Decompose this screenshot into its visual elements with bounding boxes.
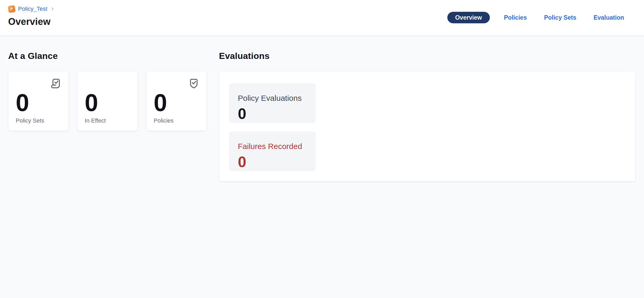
- glance-card-row: 0 Policy Sets 0 In Effect 0 Policies: [8, 71, 207, 131]
- page-header: Policy_Test Overview Overview Policies P…: [0, 0, 644, 36]
- policies-card: 0 Policies: [146, 71, 207, 131]
- scroll-check-icon: [50, 78, 62, 90]
- at-a-glance-heading: At a Glance: [8, 51, 207, 61]
- policies-count: 0: [154, 91, 199, 115]
- policy-sets-label: Policy Sets: [16, 117, 61, 124]
- failures-recorded-count: 0: [238, 154, 307, 169]
- failures-recorded-label: Failures Recorded: [238, 142, 307, 151]
- shield-check-icon: [188, 78, 200, 90]
- policy-evaluations-label: Policy Evaluations: [238, 94, 307, 103]
- top-navigation: Overview Policies Policy Sets Evaluation: [447, 12, 627, 23]
- failures-recorded-tile: Failures Recorded 0: [229, 131, 316, 171]
- tab-policy-sets[interactable]: Policy Sets: [541, 12, 579, 23]
- chevron-right-icon: [50, 7, 55, 11]
- main-content: At a Glance 0 Policy Sets 0 In Effect: [0, 36, 644, 181]
- policy-evaluations-tile: Policy Evaluations 0: [229, 83, 316, 123]
- in-effect-count: 0: [85, 91, 130, 115]
- at-a-glance-section: At a Glance 0 Policy Sets 0 In Effect: [8, 51, 207, 131]
- tab-overview[interactable]: Overview: [447, 12, 490, 23]
- policy-evaluations-count: 0: [238, 106, 307, 121]
- sentinel-flag-icon: [8, 5, 15, 13]
- evaluations-panel: Policy Evaluations 0 Failures Recorded 0: [219, 71, 636, 181]
- breadcrumb-workspace-link[interactable]: Policy_Test: [18, 5, 47, 13]
- evaluations-heading: Evaluations: [219, 51, 636, 61]
- policy-sets-count: 0: [16, 91, 61, 115]
- tab-evaluation[interactable]: Evaluation: [591, 12, 627, 23]
- policies-label: Policies: [154, 117, 199, 124]
- in-effect-label: In Effect: [85, 117, 130, 124]
- in-effect-card: 0 In Effect: [77, 71, 138, 131]
- tab-policies[interactable]: Policies: [501, 12, 530, 23]
- policy-sets-card: 0 Policy Sets: [8, 71, 69, 131]
- evaluations-section: Evaluations Policy Evaluations 0 Failure…: [219, 51, 636, 181]
- breadcrumb: Policy_Test: [8, 5, 627, 13]
